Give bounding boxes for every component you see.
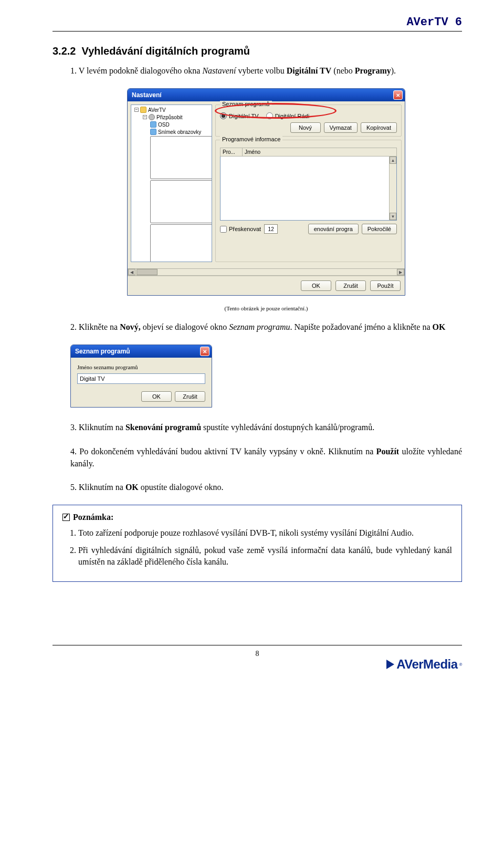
titlebar: Nastavení ✕ <box>128 89 405 101</box>
advanced-button[interactable]: Pokročilé <box>362 224 397 234</box>
page-footer: 8 <box>52 645 462 658</box>
section-number: 3.2.2 <box>52 45 76 57</box>
dialog-footer-buttons: OK Zrušit Použít <box>128 276 405 295</box>
scan-programs-button[interactable]: enování progra <box>308 224 359 234</box>
page-icon <box>150 180 212 223</box>
tree-item[interactable]: OSD <box>131 121 212 128</box>
settings-tree[interactable]: −AVerTV −Přizpůsobit OSD Snímek obrazovk… <box>131 105 212 262</box>
note-box: Poznámka: Toto zařízení podporuje pouze … <box>52 505 462 582</box>
window-title: Seznam programů <box>75 348 130 355</box>
vertical-scrollbar[interactable]: ▲ ▼ <box>389 157 396 220</box>
checkmark-icon <box>62 514 70 521</box>
tree-item[interactable]: −AVerTV <box>131 106 212 113</box>
ok-button[interactable]: OK <box>141 391 172 402</box>
horizontal-scrollbar[interactable]: ◀ ▶ <box>128 268 405 276</box>
product-header: AVerTV 6 <box>52 16 462 31</box>
step-2: 2. Klikněte na Nový, objeví se dialogové… <box>70 321 462 333</box>
radio-digital-tv[interactable]: Digitální TV <box>220 112 259 119</box>
tree-item[interactable]: Teletext <box>131 224 212 262</box>
logo-triangle-icon <box>386 660 394 669</box>
delete-button[interactable]: Vymazat <box>324 122 358 133</box>
folder-icon <box>140 107 146 113</box>
figure-caption: (Tento obrázek je pouze orientační.) <box>70 305 462 311</box>
gear-icon <box>149 114 155 120</box>
header-rule: AVerTV 6 <box>52 16 462 32</box>
settings-window: Nastavení ✕ −AVerTV −Přizpůsobit OSD Sní… <box>127 88 405 296</box>
note-item-1: Toto zařízení podporuje pouze rozhlasové… <box>78 527 452 539</box>
program-list[interactable]: ▲ ▼ <box>220 157 397 221</box>
step-4: 4. Po dokončeném vyhledávání budou aktiv… <box>70 445 462 470</box>
tree-item[interactable]: Úložiště <box>131 135 212 180</box>
brand-logo: AVerMedia® <box>386 657 462 672</box>
scroll-left-icon[interactable]: ◀ <box>128 269 135 275</box>
note-title: Poznámka: <box>62 513 452 522</box>
step-3: 3. Kliknutím na Skenování programů spust… <box>70 421 462 433</box>
col-jmeno[interactable]: Jméno <box>243 148 396 156</box>
section-title: Vyhledávání digitálních programů <box>82 45 250 57</box>
copy-button[interactable]: Kopírovat <box>361 122 397 133</box>
tree-item[interactable]: Snímek obrazovky <box>131 128 212 135</box>
figure-settings-window: Nastavení ✕ −AVerTV −Přizpůsobit OSD Sní… <box>70 88 462 296</box>
rescan-spinner[interactable]: 12 <box>264 224 278 234</box>
teletext-icon <box>150 224 212 262</box>
group-seznam-programu: Seznam programů Digitální TV Digitální R… <box>215 105 402 137</box>
radio-digital-radio[interactable]: Digitální Rádi <box>266 112 309 119</box>
program-list-dialog: Seznam programů ✕ Jméno seznamu programů… <box>70 345 212 408</box>
scroll-right-icon[interactable]: ▶ <box>397 269 404 275</box>
ok-button[interactable]: OK <box>301 280 331 291</box>
group-legend: Seznam programů <box>220 101 272 107</box>
input-label: Jméno seznamu programů <box>77 364 205 370</box>
brand-name: AVerMedia <box>396 657 457 672</box>
step-1: 1. V levém podokně dialogového okna Nast… <box>70 65 462 77</box>
scroll-thumb[interactable] <box>136 269 158 275</box>
cancel-button[interactable]: Zrušit <box>335 280 366 291</box>
window-title: Nastavení <box>132 91 162 99</box>
storage-icon <box>150 136 212 179</box>
osd-icon <box>150 121 156 128</box>
group-legend: Programové informace <box>220 136 282 142</box>
tree-item[interactable]: −Přizpůsobit <box>131 113 212 121</box>
apply-button[interactable]: Použít <box>370 280 401 291</box>
cancel-button[interactable]: Zrušit <box>175 391 205 402</box>
section-heading: 3.2.2 Vyhledávání digitálních programů <box>52 45 462 57</box>
camera-icon <box>150 129 156 135</box>
step-5: 5. Kliknutím na OK opustíte dialogové ok… <box>70 481 462 493</box>
program-name-input[interactable] <box>77 373 205 384</box>
note-item-2: Při vyhledávání digitálních signálů, pok… <box>78 545 452 568</box>
page-number: 8 <box>256 650 259 658</box>
close-icon[interactable]: ✕ <box>200 347 209 356</box>
tree-item[interactable]: Ostatní <box>131 180 212 224</box>
new-button[interactable]: Nový <box>290 122 321 133</box>
rescan-checkbox[interactable]: Přeskenovat <box>220 226 261 233</box>
scroll-down-icon[interactable]: ▼ <box>390 213 396 220</box>
group-program-info: Programové informace Pro... Jméno ▲ ▼ <box>215 140 402 262</box>
scroll-up-icon[interactable]: ▲ <box>390 157 396 164</box>
close-icon[interactable]: ✕ <box>393 90 403 100</box>
col-pro[interactable]: Pro... <box>220 148 243 156</box>
titlebar: Seznam programů ✕ <box>71 345 212 358</box>
list-header[interactable]: Pro... Jméno <box>220 148 397 157</box>
